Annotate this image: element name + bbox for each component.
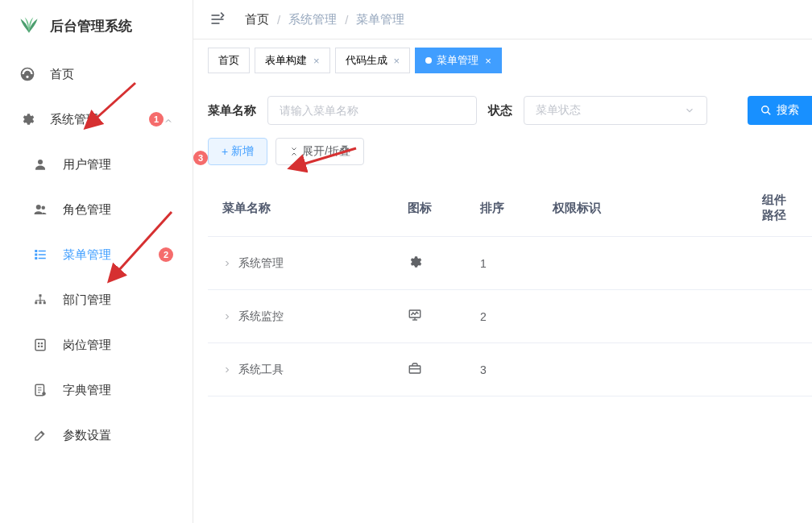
tab-home[interactable]: 首页 (208, 48, 250, 73)
post-icon (32, 337, 48, 353)
sidebar-item-label: 岗位管理 (63, 338, 173, 353)
crumb-system[interactable]: 系统管理 (288, 12, 337, 27)
sidebar-item-config[interactable]: 参数设置 (0, 413, 193, 458)
search-button[interactable]: 搜索 (748, 96, 812, 125)
sidebar-item-roles[interactable]: 角色管理 (0, 187, 193, 232)
row-component (748, 343, 812, 396)
crumb-home[interactable]: 首页 (245, 12, 269, 27)
chevron-up-icon (164, 114, 173, 124)
plus-icon: + (222, 145, 228, 158)
expand-button[interactable]: 展开/折叠 (276, 138, 364, 165)
sidebar-item-label: 系统管理 (50, 112, 151, 127)
edit-icon (32, 427, 48, 443)
caret-right-icon[interactable] (222, 259, 232, 268)
th-icon: 图标 (393, 180, 466, 237)
row-perm (538, 290, 748, 343)
search-icon (760, 105, 772, 116)
row-name-text: 系统工具 (238, 363, 284, 377)
status-label: 状态 (488, 103, 512, 118)
logo-area: 后台管理系统 (0, 0, 193, 52)
menu-name-label: 菜单名称 (208, 103, 256, 118)
app-title: 后台管理系统 (50, 17, 132, 35)
gear-icon (408, 255, 422, 269)
active-dot-icon (425, 57, 432, 64)
user-icon (32, 156, 48, 172)
caret-right-icon[interactable] (222, 365, 232, 375)
svg-rect-5 (35, 254, 37, 256)
sidebar-item-label: 用户管理 (63, 157, 173, 172)
table-row[interactable]: 系统工具 3 (208, 343, 812, 396)
action-row: + 新增 3 展开/折叠 (208, 138, 812, 165)
tab-menu[interactable]: 菜单管理 × (415, 48, 502, 73)
tab-label: 首页 (218, 53, 239, 68)
monitor-icon (408, 308, 422, 322)
gear-icon (19, 111, 35, 127)
caret-right-icon[interactable] (222, 312, 232, 322)
row-order: 2 (466, 290, 538, 343)
add-button[interactable]: + 新增 (208, 138, 267, 165)
svg-point-0 (38, 160, 43, 164)
row-component (748, 290, 812, 343)
svg-rect-4 (39, 251, 46, 252)
users-icon (32, 201, 48, 218)
close-icon[interactable]: × (394, 55, 400, 67)
logo-icon (18, 15, 40, 37)
tab-label: 代码生成 (346, 53, 387, 68)
sidebar-item-dict[interactable]: 字典管理 (0, 367, 193, 413)
row-name-text: 系统监控 (238, 309, 284, 324)
sidebar-item-label: 字典管理 (63, 383, 173, 398)
svg-rect-17 (41, 346, 43, 347)
svg-rect-3 (35, 250, 37, 252)
svg-rect-7 (35, 257, 37, 259)
sidebar-item-dept[interactable]: 部门管理 (0, 277, 193, 322)
sidebar-item-label: 首页 (50, 67, 173, 82)
sidebar-item-home[interactable]: 首页 (0, 52, 193, 97)
svg-point-23 (762, 106, 768, 113)
status-select[interactable]: 菜单状态 (524, 96, 707, 125)
sidebar-item-post[interactable]: 岗位管理 (0, 322, 193, 367)
dict-icon (32, 382, 48, 398)
badge-2: 2 (159, 247, 173, 262)
svg-point-19 (42, 392, 46, 396)
dashboard-icon (19, 66, 35, 82)
tab-code-gen[interactable]: 代码生成 × (335, 48, 411, 73)
breadcrumb: 首页 / 系统管理 / 菜单管理 (245, 12, 404, 27)
th-order: 排序 (466, 180, 538, 237)
close-icon[interactable]: × (485, 55, 491, 67)
svg-rect-12 (44, 301, 46, 304)
svg-rect-13 (35, 339, 45, 351)
expand-icon (289, 147, 299, 156)
chevron-down-icon (684, 105, 695, 116)
row-component (748, 237, 812, 290)
filter-row: 菜单名称 状态 菜单状态 搜索 (208, 96, 812, 125)
svg-rect-11 (39, 301, 42, 304)
svg-rect-9 (39, 294, 42, 297)
crumb-menu: 菜单管理 (356, 12, 404, 27)
org-icon (32, 292, 48, 308)
sidebar-item-system[interactable]: 系统管理 1 (0, 97, 193, 142)
table-header-row: 菜单名称 图标 排序 权限标识 组件路径 (208, 180, 812, 237)
sidebar-item-label: 角色管理 (63, 202, 173, 218)
sidebar: 后台管理系统 首页 系统管理 1 用户管理 (0, 0, 193, 523)
sidebar-item-menu[interactable]: 菜单管理 2 (0, 232, 193, 277)
svg-rect-15 (38, 346, 39, 347)
header: 首页 / 系统管理 / 菜单管理 (193, 0, 812, 39)
sidebar-item-users[interactable]: 用户管理 (0, 142, 193, 187)
svg-rect-14 (38, 342, 39, 344)
row-order: 1 (466, 237, 538, 290)
sidebar-item-label: 参数设置 (63, 428, 173, 443)
add-label: 新增 (231, 144, 254, 159)
table-row[interactable]: 系统管理 1 (208, 237, 812, 290)
tab-label: 表单构建 (265, 53, 307, 68)
toolbox-icon (408, 361, 422, 376)
close-icon[interactable]: × (313, 55, 320, 67)
tabs: 首页 表单构建 × 代码生成 × 菜单管理 × (193, 39, 812, 81)
row-perm (538, 343, 748, 396)
svg-rect-8 (39, 258, 46, 259)
hamburger-icon[interactable] (209, 11, 226, 27)
table-row[interactable]: 系统监控 2 (208, 290, 812, 343)
menu-name-input[interactable] (267, 96, 477, 125)
tab-form-builder[interactable]: 表单构建 × (255, 48, 330, 73)
expand-label: 展开/折叠 (302, 144, 350, 159)
svg-point-1 (36, 205, 41, 210)
